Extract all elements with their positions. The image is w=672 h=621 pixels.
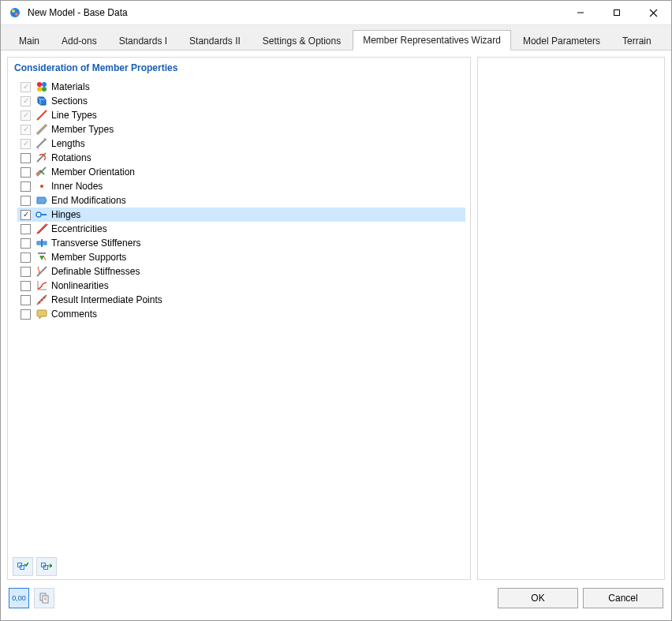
property-row-comments[interactable]: Comments <box>17 307 465 321</box>
eccentric-icon <box>35 223 48 235</box>
property-row-result-intermediate-points[interactable]: Result Intermediate Points <box>17 293 465 307</box>
dialog-window: New Model - Base Data MainAdd-onsStandar… <box>0 0 672 621</box>
checkbox: ✓ <box>21 82 31 92</box>
svg-point-9 <box>37 87 42 92</box>
tab-main[interactable]: Main <box>9 31 50 51</box>
property-row-member-supports[interactable]: Member Supports <box>17 250 465 264</box>
sections-icon <box>35 95 48 107</box>
checkbox[interactable] <box>21 181 31 192</box>
copy-settings-button[interactable] <box>34 588 54 608</box>
property-row-inner-nodes[interactable]: Inner Nodes <box>17 179 465 193</box>
svg-point-32 <box>41 299 43 301</box>
svg-point-7 <box>37 82 42 87</box>
checkbox: ✓ <box>21 125 31 135</box>
svg-point-10 <box>42 87 47 92</box>
tab-settings-options[interactable]: Settings & Options <box>252 31 351 51</box>
property-label: Line Types <box>51 110 97 121</box>
svg-rect-25 <box>41 239 43 247</box>
comments-icon <box>35 308 48 320</box>
property-label: Definable Stiffnesses <box>51 266 140 277</box>
checkbox[interactable] <box>21 167 31 178</box>
right-panel <box>477 57 665 580</box>
checkbox[interactable] <box>21 238 31 249</box>
checkbox[interactable] <box>21 267 31 277</box>
property-row-lengths[interactable]: ✓Lengths <box>17 137 465 151</box>
cancel-button[interactable]: Cancel <box>583 588 663 608</box>
svg-point-33 <box>43 297 46 299</box>
member-types-icon <box>35 123 48 136</box>
ok-button[interactable]: OK <box>498 588 578 608</box>
tab-standards-i[interactable]: Standards I <box>109 31 177 51</box>
orientation-icon <box>35 166 48 178</box>
svg-point-31 <box>39 301 41 304</box>
svg-point-19 <box>40 185 43 188</box>
tab-terrain[interactable]: Terrain <box>612 31 662 51</box>
property-row-hinges[interactable]: ✓Hinges <box>17 208 465 222</box>
property-row-member-types[interactable]: ✓Member Types <box>17 122 465 137</box>
nonlinear-icon <box>35 279 48 292</box>
supports-icon <box>35 251 48 264</box>
svg-rect-34 <box>37 310 47 316</box>
svg-point-1 <box>12 9 15 13</box>
property-label: Member Supports <box>51 252 126 263</box>
checkbox[interactable] <box>21 196 31 206</box>
property-row-end-modifications[interactable]: End Modifications <box>17 193 465 208</box>
property-row-transverse-stiffeners[interactable]: Transverse Stiffeners <box>17 236 465 250</box>
units-button[interactable]: 0,00 <box>9 588 29 608</box>
property-row-materials[interactable]: ✓Materials <box>17 80 465 94</box>
checkbox[interactable] <box>21 295 31 305</box>
svg-line-23 <box>39 224 48 234</box>
property-label: Lengths <box>51 138 85 149</box>
property-row-nonlinearities[interactable]: Nonlinearities <box>17 279 465 293</box>
tab-standards-ii[interactable]: Standards II <box>179 31 251 51</box>
left-panel: Consideration of Member Properties ✓Mate… <box>7 57 471 580</box>
property-tree: ✓Materials✓Sections✓Line Types✓Member Ty… <box>8 78 470 554</box>
end-mod-icon <box>35 194 48 207</box>
tab-member-representatives-wizard[interactable]: Member Representatives Wizard <box>353 30 511 51</box>
property-label: Rotations <box>51 152 91 163</box>
checkbox[interactable] <box>21 309 31 320</box>
property-label: Eccentricities <box>51 223 107 234</box>
select-all-button[interactable] <box>13 557 33 576</box>
svg-line-11 <box>37 110 47 120</box>
property-label: Hinges <box>51 209 80 220</box>
property-label: Sections <box>51 95 88 107</box>
property-label: Result Intermediate Points <box>51 294 162 305</box>
result-points-icon <box>35 294 48 306</box>
property-label: End Modifications <box>51 195 126 206</box>
footer-left: 0,00 <box>9 588 54 608</box>
checkbox[interactable] <box>21 253 31 263</box>
checkbox[interactable] <box>21 224 31 234</box>
tabstrip: MainAdd-onsStandards IStandards IISettin… <box>1 25 671 51</box>
lengths-icon <box>35 137 48 150</box>
deselect-all-button[interactable] <box>36 557 57 576</box>
tab-add-ons[interactable]: Add-ons <box>51 31 107 51</box>
property-row-rotations[interactable]: Rotations <box>17 151 465 165</box>
rotations-icon <box>35 152 48 164</box>
close-button[interactable] <box>635 1 671 24</box>
inner-nodes-icon <box>35 180 48 193</box>
svg-line-13 <box>37 125 47 134</box>
minimize-button[interactable] <box>562 1 599 24</box>
property-row-member-orientation[interactable]: Member Orientation <box>17 165 465 179</box>
maximize-button[interactable] <box>599 1 635 24</box>
property-row-line-types[interactable]: ✓Line Types <box>17 108 465 122</box>
tab-model-parameters[interactable]: Model Parameters <box>513 31 610 51</box>
property-row-sections[interactable]: ✓Sections <box>17 94 465 108</box>
checkbox[interactable] <box>21 153 31 163</box>
dialog-body: Consideration of Member Properties ✓Mate… <box>1 51 671 582</box>
property-row-definable-stiffnesses[interactable]: Definable Stiffnesses <box>17 264 465 279</box>
property-label: Nonlinearities <box>51 280 109 291</box>
def-stiff-icon <box>35 265 48 278</box>
svg-line-22 <box>37 224 47 234</box>
checkbox[interactable]: ✓ <box>21 210 31 220</box>
property-label: Member Orientation <box>51 166 135 178</box>
svg-line-14 <box>37 139 46 148</box>
checkbox[interactable] <box>21 281 31 291</box>
property-row-eccentricities[interactable]: Eccentricities <box>17 222 465 236</box>
checkbox: ✓ <box>21 139 31 149</box>
svg-point-21 <box>36 212 41 217</box>
svg-point-2 <box>15 13 18 16</box>
tab-history[interactable]: History <box>663 31 672 51</box>
svg-line-27 <box>37 267 47 276</box>
